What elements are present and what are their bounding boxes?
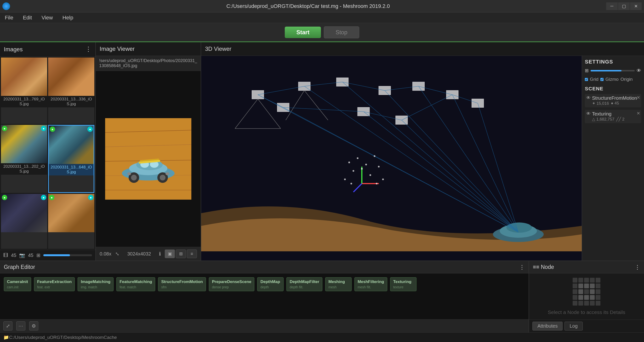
node-depthmapfilter[interactable]: DepthMapFilter depth filt. — [286, 277, 322, 291]
graph-settings-btn[interactable]: ⚙ — [29, 321, 38, 330]
viewer-3d-header: 3D Viewer — [201, 42, 644, 56]
viewer-image[interactable] — [105, 118, 191, 200]
svg-point-66 — [361, 168, 362, 170]
brightness-slider[interactable] — [590, 70, 635, 71]
image-thumb-3[interactable]: ● ● 20200331_13...648_iOS.jpg — [48, 125, 94, 193]
image-thumb-1[interactable]: 20200331_13...336_iOS.jpg — [48, 58, 94, 124]
gizmo-checkbox[interactable] — [600, 78, 604, 81]
menu-view[interactable]: View — [40, 14, 54, 22]
svg-point-68 — [378, 166, 380, 168]
viewer-3d-viewport[interactable] — [201, 56, 582, 260]
menu-edit[interactable]: Edit — [21, 14, 34, 22]
image-thumb-0[interactable]: 20200331_13...769_iOS.jpg — [1, 58, 47, 124]
svg-point-63 — [365, 164, 367, 165]
zoom-level: 0.08x — [100, 251, 111, 257]
graph-editor-menu-icon[interactable]: ⋮ — [519, 264, 525, 270]
image-thumb-2[interactable]: ● ● 20200331_13...202_iOS.jpg — [1, 125, 47, 193]
menu-file[interactable]: File — [3, 14, 15, 22]
images-footer: 🎞 45 📷 45 ⊞ — [0, 250, 95, 260]
node-camerainit[interactable]: CameraInit cam.init — [4, 277, 31, 291]
node-meshfiltering[interactable]: MeshFiltering mesh filt. — [354, 277, 387, 291]
camera-icon: 🎞 — [3, 253, 8, 258]
settings-checkboxes: Grid Gizmo Origin — [585, 77, 641, 82]
maximize-button[interactable]: ▢ — [618, 3, 630, 10]
svg-point-67 — [370, 174, 371, 176]
viewer-3d-title: 3D Viewer — [205, 46, 231, 52]
sfm-name: StructureFromMotion — [592, 95, 637, 101]
title-bar-left — [2, 3, 10, 10]
node-content: Select a Node to access its Details — [529, 273, 644, 319]
scene-item-texturing: 👁 Texturing △ 1,682,757╱╱ 2 ✕ — [585, 110, 641, 123]
node-imagematching[interactable]: ImageMatching img. match — [78, 277, 114, 291]
sfm-stats: ✦ 15,016● 45 — [592, 101, 637, 106]
node-featurematching[interactable]: FeatureMatching feat. match — [116, 277, 155, 291]
node-structurefromotion[interactable]: StructureFromMotion sfm — [158, 277, 206, 291]
settings-panel: SETTINGS ⊞ 👁 Grid Gizmo Origin — [582, 56, 644, 260]
settings-title: SETTINGS — [585, 59, 641, 65]
image-thumb-5[interactable]: ● ● — [48, 194, 94, 249]
folder-icon: 📁 — [3, 334, 9, 340]
node-tab-attributes[interactable]: Attributes — [532, 322, 562, 330]
node-select-text: Select a Node to access its Details — [548, 309, 625, 315]
image-dimensions: 3024x4032 — [123, 251, 155, 257]
pipeline-nodes: CameraInit cam.init FeatureExtraction fe… — [4, 277, 525, 315]
images-panel: Images ⋮ 20200331_13...769_iOS.jpg 20200… — [0, 42, 96, 260]
svg-point-22 — [506, 222, 532, 232]
origin-label: Origin — [620, 77, 633, 82]
viewer-content — [96, 71, 201, 247]
images-grid: 20200331_13...769_iOS.jpg 20200331_13...… — [0, 57, 95, 250]
graph-content[interactable]: CameraInit cam.init FeatureExtraction fe… — [0, 273, 528, 319]
thumb-img-3 — [49, 126, 94, 164]
grid-checkbox[interactable] — [585, 78, 588, 81]
texturing-name: Texturing — [592, 111, 624, 117]
svg-point-70 — [382, 179, 384, 180]
eye-icon-texturing[interactable]: 👁 — [586, 111, 590, 116]
eye2-icon[interactable]: 👁 — [636, 68, 641, 73]
svg-point-71 — [350, 183, 352, 184]
viewer-footer: 0.08x ⤡ 3024x4032 ℹ ▣ ⊞ ≡ — [96, 247, 201, 260]
svg-point-72 — [376, 183, 378, 184]
badge-teal-5: ● — [88, 195, 94, 200]
sfm-close-icon[interactable]: ✕ — [636, 95, 640, 100]
view-btn-single[interactable]: ▣ — [165, 249, 175, 258]
close-button[interactable]: ✕ — [630, 3, 642, 10]
cache-path: C:/Users/udeprod_uORGT/Desktop/MeshroomC… — [9, 335, 117, 340]
menu-help[interactable]: Help — [60, 14, 75, 22]
images-panel-header: Images ⋮ — [0, 42, 95, 57]
node-tab-log[interactable]: Log — [564, 322, 582, 330]
graph-editor-header: Graph Editor ⋮ — [0, 261, 528, 273]
graph-editor: Graph Editor ⋮ CameraInit cam.init Featu… — [0, 261, 529, 332]
node-featureextraction[interactable]: FeatureExtraction feat. extr — [34, 277, 75, 291]
svg-point-18 — [166, 172, 169, 175]
eye-icon-sfm[interactable]: 👁 — [586, 95, 590, 100]
img-icon: 📷 — [19, 252, 25, 258]
image-thumb-4[interactable]: ● ● — [1, 194, 47, 249]
view-btn-lines[interactable]: ≡ — [187, 249, 197, 258]
gizmo-label: Gizmo — [606, 77, 618, 82]
svg-point-17 — [127, 172, 131, 175]
start-button[interactable]: Start — [285, 27, 321, 38]
graph-layout-btn[interactable]: ⋯ — [16, 321, 26, 330]
images-panel-menu-icon[interactable]: ⋮ — [85, 46, 92, 53]
zoom-slider[interactable] — [43, 254, 92, 256]
thumb-img-4 — [1, 194, 47, 232]
camera-count: 45 — [11, 253, 16, 258]
stop-button[interactable]: Stop — [324, 26, 359, 38]
node-preparedense[interactable]: PrepareDenseScene dense prep — [209, 277, 254, 291]
node-panel-menu[interactable]: ⋮ — [635, 264, 640, 270]
thumb-img-2 — [1, 125, 47, 163]
view-btn-grid[interactable]: ⊞ — [176, 249, 186, 258]
node-depthmap[interactable]: DepthMap depth — [257, 277, 284, 291]
viewer-3d-container: 3D Viewer — [201, 42, 644, 260]
expand-icon[interactable]: ⤡ — [115, 251, 119, 257]
grid-icon: ⊞ — [36, 252, 40, 258]
bottom-area: Graph Editor ⋮ CameraInit cam.init Featu… — [0, 260, 644, 332]
graph-expand-btn[interactable]: ⤢ — [3, 321, 12, 330]
texturing-details: Texturing △ 1,682,757╱╱ 2 — [592, 111, 624, 122]
node-meshing[interactable]: Meshing mesh — [325, 277, 352, 291]
texturing-close-icon[interactable]: ✕ — [636, 111, 640, 116]
minimize-button[interactable]: ─ — [606, 3, 618, 10]
info-icon[interactable]: ℹ — [159, 251, 161, 257]
node-texturing[interactable]: Texturing texture — [390, 277, 416, 291]
sfm-details: StructureFromMotion ✦ 15,016● 45 — [592, 95, 637, 106]
